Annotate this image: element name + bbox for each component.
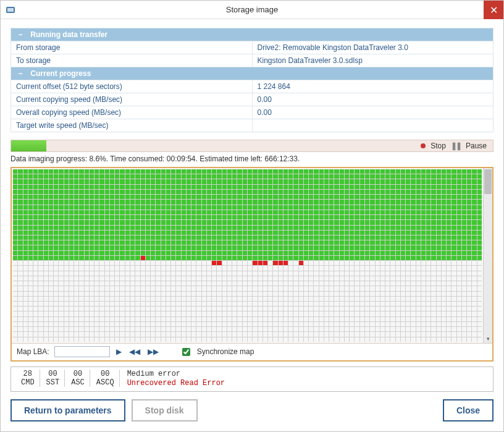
collapse-icon[interactable]: − — [16, 30, 25, 39]
cur-speed-value: 0.00 — [252, 93, 494, 106]
error-code-col: 00SST — [41, 370, 65, 387]
progress-bar — [11, 140, 417, 151]
map-grid-wrap[interactable] — [12, 168, 483, 343]
table-row: Overall copying speed (MB/sec) 0.00 — [11, 106, 494, 119]
content-area: − Running data transfer From storage Dri… — [1, 19, 503, 431]
error-code-col: 28CMD — [16, 370, 40, 387]
forward-icon[interactable]: ▶▶ — [146, 347, 160, 356]
pause-button[interactable]: Pause — [463, 142, 489, 150]
error-msg-2: Unrecovered Read Error — [127, 379, 225, 389]
error-codes: 28CMD00SST00ASC00ASCQ — [16, 370, 120, 387]
target-speed-value — [252, 119, 494, 132]
error-code-col: 00ASCQ — [91, 370, 120, 387]
button-row: Return to parameters Stop disk Close — [10, 399, 494, 421]
to-storage-value: Kingston DataTraveler 3.0.sdlsp — [252, 54, 494, 67]
play-icon[interactable]: ▶ — [115, 347, 123, 356]
scrollbar-thumb[interactable] — [484, 169, 492, 194]
titlebar: Storage image ✕ — [1, 1, 503, 19]
progress-controls: Stop ❚❚ Pause — [417, 142, 493, 150]
error-msg-1: Medium error — [127, 370, 225, 379]
target-speed-label: Target write speed (MB/sec) — [11, 119, 253, 132]
collapse-icon[interactable]: − — [16, 69, 25, 78]
to-storage-label: To storage — [11, 54, 253, 67]
map-grid — [13, 169, 482, 342]
transfer-header-label: Running data transfer — [30, 30, 107, 39]
table-row: Current copying speed (MB/sec) 0.00 — [11, 93, 494, 106]
error-messages: Medium error Unrecovered Read Error — [120, 370, 225, 389]
progress-text: Data imaging progress: 8.6%. Time consum… — [10, 155, 494, 163]
sync-map-checkbox[interactable] — [182, 348, 190, 356]
pause-icon[interactable]: ❚❚ — [451, 142, 461, 150]
offset-label: Current offset (512 byte sectors) — [11, 80, 253, 93]
table-row: To storage Kingston DataTraveler 3.0.sdl… — [11, 54, 494, 67]
map-frame: ▾ Map LBA: ▶ ◀◀ ▶▶ Synchronize map — [10, 167, 494, 362]
map-area: ▾ — [12, 168, 492, 343]
map-lba-input[interactable] — [54, 346, 110, 357]
sync-map-label: Synchronize map — [197, 347, 254, 356]
stop-button[interactable]: Stop — [428, 142, 448, 150]
table-row: From storage Drive2: Removable Kingston … — [11, 41, 494, 54]
offset-value: 1 224 864 — [252, 80, 494, 93]
close-button[interactable]: Close — [443, 399, 494, 421]
map-controls: Map LBA: ▶ ◀◀ ▶▶ Synchronize map — [12, 343, 492, 360]
map-lba-label: Map LBA: — [17, 347, 49, 356]
info-table: − Running data transfer From storage Dri… — [10, 28, 494, 132]
app-icon — [6, 5, 15, 15]
progress-section-header[interactable]: − Current progress — [11, 67, 494, 80]
overall-speed-label: Overall copying speed (MB/sec) — [11, 106, 253, 119]
table-row: Current offset (512 byte sectors) 1 224 … — [11, 80, 494, 93]
from-storage-value: Drive2: Removable Kingston DataTraveler … — [252, 41, 494, 54]
progress-bar-fill — [11, 140, 46, 151]
transfer-section-header[interactable]: − Running data transfer — [11, 28, 494, 41]
error-code-col: 00ASC — [66, 370, 90, 387]
error-panel: 28CMD00SST00ASC00ASCQ Medium error Unrec… — [10, 366, 494, 392]
return-to-parameters-button[interactable]: Return to parameters — [10, 399, 125, 421]
progress-header-label: Current progress — [30, 69, 91, 78]
window-title: Storage image — [1, 5, 503, 14]
cur-speed-label: Current copying speed (MB/sec) — [11, 93, 253, 106]
overall-speed-value: 0.00 — [252, 106, 494, 119]
storage-image-window: Storage image ✕ − Running data transfer … — [0, 0, 504, 432]
table-row: Target write speed (MB/sec) — [11, 119, 494, 132]
svg-rect-1 — [7, 8, 14, 12]
map-scrollbar[interactable]: ▾ — [483, 168, 492, 343]
from-storage-label: From storage — [11, 41, 253, 54]
rewind-icon[interactable]: ◀◀ — [128, 347, 141, 356]
scroll-down-icon[interactable]: ▾ — [484, 334, 492, 343]
stop-icon[interactable] — [421, 143, 426, 148]
stop-disk-button[interactable]: Stop disk — [132, 399, 198, 421]
close-icon[interactable]: ✕ — [484, 1, 503, 19]
progress-bar-row: Stop ❚❚ Pause — [10, 140, 494, 152]
